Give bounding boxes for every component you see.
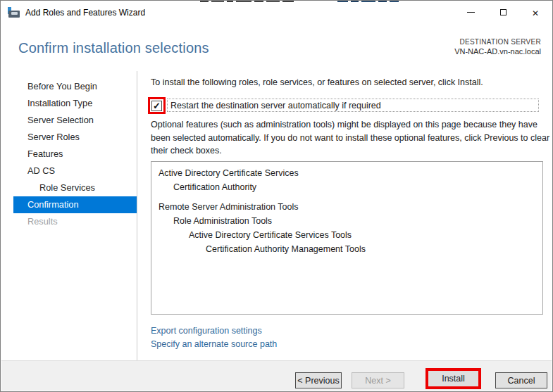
close-button[interactable] <box>519 1 552 23</box>
nav-results: Results <box>13 213 137 230</box>
nav-role-services[interactable]: Role Services <box>13 179 137 196</box>
nav-installation-type[interactable]: Installation Type <box>13 95 137 112</box>
install-button-annotation-box: Install <box>425 368 481 389</box>
tree-item: Certification Authority <box>151 180 542 194</box>
destination-server-block: DESTINATION SERVER VN-NAC-AD.vn-nac.loca… <box>454 38 541 56</box>
restart-checkbox-annotation-box <box>148 97 166 114</box>
tree-item: Active Directory Certificate Services <box>151 166 542 180</box>
window-controls <box>454 1 552 23</box>
tree-item: Remote Server Administration Tools <box>151 200 542 214</box>
install-button[interactable]: Install <box>428 371 478 386</box>
maximize-icon <box>500 9 507 15</box>
wizard-steps-nav: Before You Begin Installation Type Serve… <box>1 78 137 230</box>
tree-item: Role Administration Tools <box>151 214 542 228</box>
nav-before-you-begin[interactable]: Before You Begin <box>13 78 137 95</box>
page-title: Confirm installation selections <box>18 40 209 56</box>
content-links: Export configuration settings Specify an… <box>151 324 277 350</box>
note-line: Optional features (such as administratio… <box>151 118 549 132</box>
alternate-source-path-link[interactable]: Specify an alternate source path <box>151 338 277 351</box>
minimize-icon <box>467 12 475 13</box>
selected-items-listbox[interactable]: Active Directory Certificate Services Ce… <box>151 161 543 315</box>
window-title: Add Roles and Features Wizard <box>25 8 145 18</box>
export-configuration-link[interactable]: Export configuration settings <box>151 324 277 338</box>
nav-ad-cs[interactable]: AD CS <box>13 163 137 179</box>
next-button: Next > <box>352 372 404 388</box>
intro-text: To install the following roles, role ser… <box>151 77 483 87</box>
previous-button[interactable]: < Previous <box>295 372 342 388</box>
titlebar: Add Roles and Features Wizard <box>1 1 552 23</box>
note-line: been selected automatically. If you do n… <box>151 132 549 145</box>
restart-checkbox-label[interactable]: Restart the destination server automatic… <box>168 101 381 110</box>
nav-confirmation[interactable]: Confirmation <box>13 196 137 213</box>
nav-server-roles[interactable]: Server Roles <box>13 129 137 146</box>
tree-item: Certification Authority Management Tools <box>151 242 542 256</box>
nav-content-divider <box>137 71 137 360</box>
nav-server-selection[interactable]: Server Selection <box>13 112 137 129</box>
restart-checkbox[interactable] <box>151 101 162 111</box>
maximize-button[interactable] <box>487 1 519 23</box>
destination-server-label: DESTINATION SERVER <box>454 38 541 46</box>
wizard-window: Add Roles and Features Wizard Confirm in… <box>0 0 553 392</box>
tree-item: Active Directory Certificate Services To… <box>151 228 542 242</box>
destination-server-value: VN-NAC-AD.vn-nac.local <box>454 47 541 56</box>
close-icon <box>532 6 539 19</box>
cancel-button[interactable]: Cancel <box>495 372 547 388</box>
minimize-button[interactable] <box>454 1 487 23</box>
nav-features[interactable]: Features <box>13 146 137 163</box>
server-manager-icon <box>8 7 20 18</box>
optional-features-note: Optional features (such as administratio… <box>151 118 549 158</box>
note-line: their check boxes. <box>151 144 549 158</box>
restart-checkbox-focus-rect[interactable]: Restart the destination server automatic… <box>167 99 539 112</box>
